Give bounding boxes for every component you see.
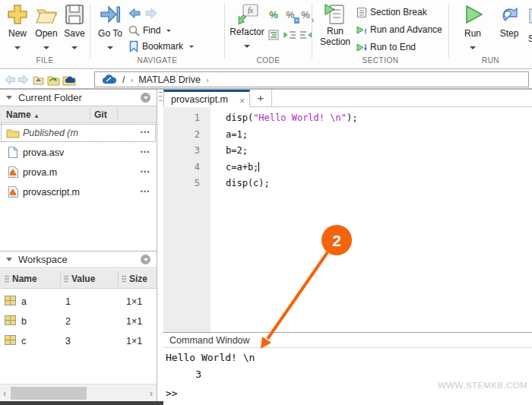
scrollbar-thumb[interactable]: [11, 387, 87, 400]
ribbon-group-run: Run Step RUN: [449, 0, 532, 68]
panel-menu-icon[interactable]: [141, 255, 150, 264]
save-floppy-icon: [64, 3, 85, 26]
step-button[interactable]: Step: [494, 3, 524, 53]
back-arrow-icon[interactable]: [128, 8, 141, 19]
indent-right-button[interactable]: [283, 29, 298, 44]
row-menu-icon[interactable]: ⋯: [140, 166, 150, 177]
code-group-label: CODE: [225, 56, 312, 65]
variable-name: b: [21, 316, 27, 327]
open-folder-icon: [34, 3, 59, 26]
panel-menu-icon[interactable]: [141, 93, 150, 103]
run-to-end-button[interactable]: Run to End: [356, 40, 416, 54]
column-name[interactable]: Name: [5, 274, 37, 284]
tab-label: provascript.m: [171, 94, 228, 105]
collapse-triangle-icon[interactable]: [6, 258, 12, 261]
refactor-button[interactable]: fx Refactor: [228, 3, 266, 53]
file-row-prova-m[interactable]: prova.m ⋯: [0, 163, 157, 182]
goto-button[interactable]: Go To: [95, 3, 125, 53]
file-row-published[interactable]: Published (m ⋯: [0, 123, 157, 143]
variable-value: 1: [65, 296, 71, 307]
run-button[interactable]: Run: [458, 3, 488, 53]
output-line: 3: [166, 369, 201, 380]
wrap-percent-icon: %: [301, 9, 310, 21]
save-button[interactable]: Save: [62, 3, 87, 53]
chevron-right-icon: ›: [206, 75, 209, 84]
run-section-label-2: Section: [320, 36, 350, 47]
ribbon-group-file: New Open Save FILE: [0, 0, 90, 68]
address-bar[interactable]: / › MATLAB Drive ›: [94, 71, 529, 87]
scroll-left-icon[interactable]: ‹: [3, 388, 6, 399]
back-arrow-icon[interactable]: [5, 74, 16, 85]
forward-arrow-icon[interactable]: [144, 8, 157, 19]
find-button[interactable]: Find: [128, 24, 171, 37]
bookmark-icon: [128, 40, 139, 52]
column-name[interactable]: Name ▲: [6, 109, 40, 120]
uncomment-button[interactable]: % ×: [283, 8, 298, 23]
grip-icon: [122, 275, 126, 283]
toolbar-ribbon: New Open Save FILE: [0, 0, 532, 69]
path-root[interactable]: /: [122, 74, 125, 85]
run-label: Run: [458, 28, 488, 39]
row-menu-icon[interactable]: ⋯: [140, 126, 150, 138]
forward-arrow-icon[interactable]: [17, 74, 29, 85]
variable-row-a[interactable]: a 1 1×1: [0, 292, 157, 312]
indent-left-icon: [299, 29, 312, 41]
navigate-group-label: NAVIGATE: [90, 56, 224, 65]
section-group-label: SECTION: [312, 56, 448, 65]
file-row-provascript-m[interactable]: provascript.m ⋯: [0, 182, 157, 202]
panel-splitter[interactable]: [158, 90, 163, 405]
wrap-comments-button[interactable]: % ↴: [298, 8, 313, 23]
folder-cloud-icon[interactable]: [62, 73, 77, 86]
tab-provascript[interactable]: provascript.m ×: [163, 90, 250, 107]
matlab-online-window: New Open Save FILE: [0, 0, 532, 405]
code-line: 5 disp(c);: [163, 176, 532, 192]
section-break-button[interactable]: Section Break: [356, 5, 427, 19]
comment-button[interactable]: %: [266, 8, 281, 23]
row-menu-icon[interactable]: ⋯: [140, 146, 150, 157]
code-editor-area[interactable]: 1 disp("Hello World! \n"); 2 a=1; 3 b=2;…: [163, 107, 532, 332]
folder-up-icon[interactable]: [32, 74, 45, 86]
variable-row-b[interactable]: b 2 1×1: [0, 312, 157, 331]
column-size[interactable]: Size: [122, 274, 147, 284]
column-value[interactable]: Value: [64, 274, 95, 284]
chevron-down-icon: [107, 46, 113, 49]
folder-refresh-icon[interactable]: [46, 73, 60, 86]
workspace-title: Workspace: [18, 254, 68, 265]
open-label: Open: [33, 28, 60, 39]
new-label: New: [4, 28, 31, 39]
open-button[interactable]: Open: [33, 3, 60, 53]
command-window-title: Command Window: [169, 335, 250, 346]
ribbon-group-section: Run Section Section Break: [312, 0, 448, 68]
row-menu-icon[interactable]: ⋯: [140, 185, 150, 197]
line-number: 5: [163, 176, 200, 192]
run-section-button[interactable]: Run Section: [317, 3, 353, 53]
new-button[interactable]: New: [4, 3, 31, 53]
step-icon: [498, 3, 521, 26]
code-line: 4 c=a+b;: [163, 160, 532, 176]
run-and-advance-button[interactable]: Run and Advance: [356, 23, 442, 36]
goto-label: Go To: [95, 28, 125, 39]
column-separator: [90, 108, 90, 121]
file-name: prova.asv: [23, 147, 64, 158]
new-tab-button[interactable]: +: [250, 90, 272, 107]
chevron-down-icon: [189, 46, 194, 48]
file-row-prova-asv[interactable]: prova.asv ⋯: [0, 143, 157, 163]
chevron-right-icon: ›: [130, 75, 133, 84]
collapse-triangle-icon[interactable]: [6, 96, 12, 100]
section-break-label: Section Break: [370, 7, 427, 17]
path-drive[interactable]: MATLAB Drive: [138, 74, 201, 85]
bookmark-button[interactable]: Bookmark: [128, 40, 194, 53]
file-name: Published (m: [23, 128, 78, 138]
string-literal: "Hello World! \n": [253, 112, 347, 123]
folder-icon: [6, 128, 20, 138]
command-window: Command Window Hello World! \n 3 >>: [163, 332, 532, 405]
indent-left-button[interactable]: [298, 29, 313, 44]
scroll-right-icon[interactable]: ›: [150, 388, 153, 399]
clipped-button-sliver[interactable]: S: [528, 6, 532, 52]
close-icon[interactable]: ×: [239, 96, 245, 106]
horizontal-scrollbar[interactable]: ‹ ›: [0, 384, 157, 402]
smart-indent-button[interactable]: [266, 29, 281, 44]
variable-row-c[interactable]: c 3 1×1: [0, 331, 157, 351]
column-git[interactable]: Git: [94, 109, 107, 120]
run-group-label: RUN: [449, 56, 532, 65]
